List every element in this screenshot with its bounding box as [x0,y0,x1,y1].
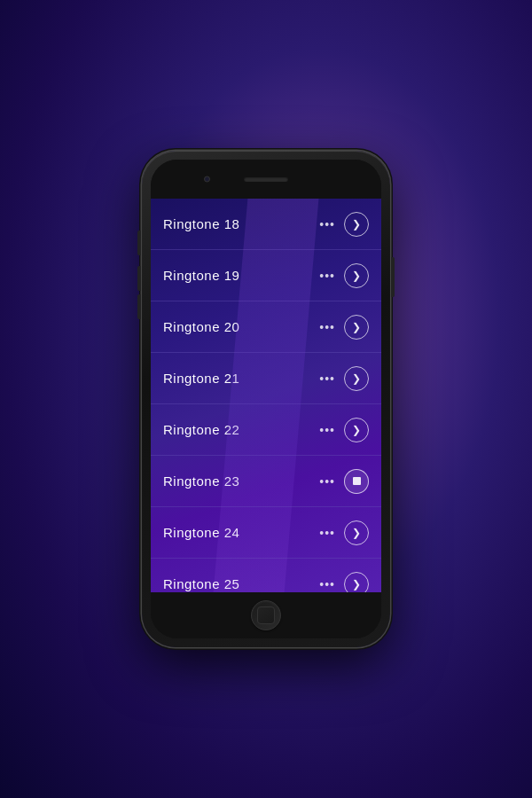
chevron-right-icon-18: ❯ [352,219,361,230]
ringtone-name-23: Ringtone 23 [163,473,319,489]
more-options-icon-19[interactable]: ••• [319,270,335,282]
play-button-20[interactable]: ❯ [344,315,369,340]
play-button-24[interactable]: ❯ [344,520,369,545]
phone-screen: Ringtone 18•••❯Ringtone 19•••❯Ringtone 2… [151,199,381,592]
ringtone-name-22: Ringtone 22 [163,422,319,437]
ringtone-item-23[interactable]: Ringtone 23••• [151,456,381,507]
ringtone-name-21: Ringtone 21 [163,371,319,386]
more-options-icon-18[interactable]: ••• [319,218,335,231]
chevron-right-icon-19: ❯ [352,270,361,281]
chevron-right-icon-25: ❯ [352,579,361,590]
chevron-right-icon-24: ❯ [352,528,361,538]
ringtone-controls-23: ••• [319,469,369,494]
ringtone-controls-19: •••❯ [319,263,369,288]
ringtone-item-18[interactable]: Ringtone 18•••❯ [151,199,381,250]
play-button-25[interactable]: ❯ [344,572,369,593]
stop-icon-23 [353,477,361,485]
more-options-icon-21[interactable]: ••• [319,372,335,385]
play-button-19[interactable]: ❯ [344,263,369,288]
ringtone-name-25: Ringtone 25 [163,576,319,591]
ringtone-controls-20: •••❯ [319,315,369,340]
ringtone-controls-24: •••❯ [319,520,369,545]
ringtone-item-22[interactable]: Ringtone 22•••❯ [151,404,381,456]
chevron-right-icon-20: ❯ [352,322,361,332]
ringtone-name-18: Ringtone 18 [163,216,319,231]
chevron-right-icon-21: ❯ [352,373,361,384]
ringtone-controls-22: •••❯ [319,418,369,442]
ringtone-name-24: Ringtone 24 [163,525,319,540]
play-button-21[interactable]: ❯ [344,366,369,391]
speaker [244,176,288,182]
ringtone-item-25[interactable]: Ringtone 25•••❯ [151,559,381,592]
phone-bottom-bar [151,592,381,638]
ringtone-list: Ringtone 18•••❯Ringtone 19•••❯Ringtone 2… [151,199,381,592]
play-button-18[interactable]: ❯ [344,212,369,237]
ringtone-controls-18: •••❯ [319,212,369,237]
ringtone-item-20[interactable]: Ringtone 20•••❯ [151,301,381,353]
ringtone-item-24[interactable]: Ringtone 24•••❯ [151,507,381,559]
ringtone-name-20: Ringtone 20 [163,319,319,334]
phone-device: Ringtone 18•••❯Ringtone 19•••❯Ringtone 2… [142,151,390,647]
more-options-icon-23[interactable]: ••• [319,475,335,488]
home-button-inner [257,606,275,624]
chevron-right-icon-22: ❯ [352,425,361,435]
camera-icon [204,176,210,183]
stop-button-23[interactable] [344,469,369,494]
home-button[interactable] [251,600,281,630]
ringtone-item-19[interactable]: Ringtone 19•••❯ [151,250,381,301]
ringtone-controls-21: •••❯ [319,366,369,391]
more-options-icon-20[interactable]: ••• [319,321,335,333]
more-options-icon-24[interactable]: ••• [319,527,335,539]
phone-inner: Ringtone 18•••❯Ringtone 19•••❯Ringtone 2… [151,160,381,638]
more-options-icon-22[interactable]: ••• [319,424,335,436]
phone-top-bar [151,160,381,199]
play-button-22[interactable]: ❯ [344,418,369,442]
ringtone-name-19: Ringtone 19 [163,268,319,283]
ringtone-item-21[interactable]: Ringtone 21•••❯ [151,353,381,404]
ringtone-controls-25: •••❯ [319,572,369,593]
more-options-icon-25[interactable]: ••• [319,578,335,591]
